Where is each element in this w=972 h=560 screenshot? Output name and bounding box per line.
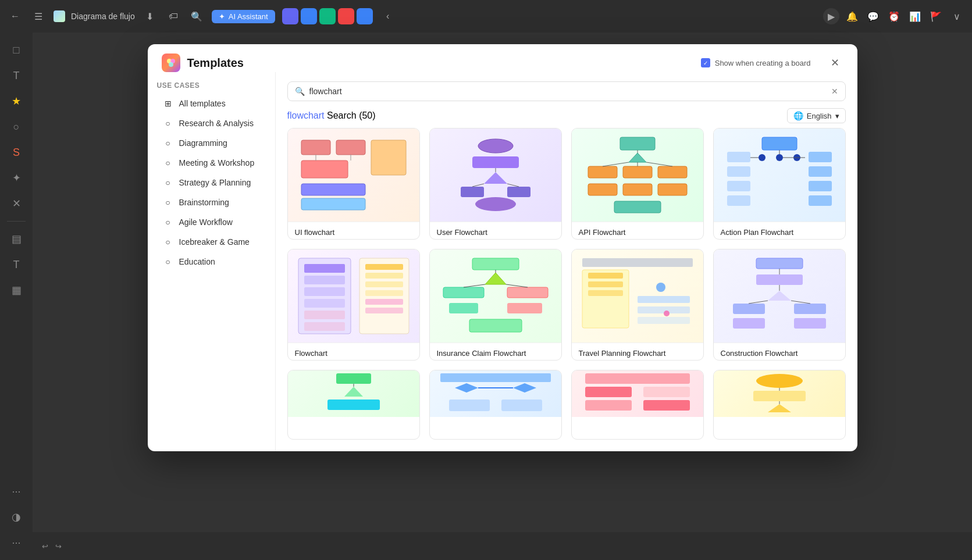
template-card-user-flowchart[interactable]: User Flowchart b Boardmix Free <box>429 128 562 240</box>
svg-marker-21 <box>629 153 646 162</box>
nav-item-icebreaker-label: Icebreaker & Game <box>179 237 250 247</box>
template-card-travel[interactable]: Travel Planning Flowchart b Boardmix Fre… <box>571 249 704 361</box>
svg-rect-26 <box>623 184 652 195</box>
results-link[interactable]: flowchart <box>287 110 325 120</box>
nav-item-all-templates[interactable]: ⊞ All templates <box>157 94 266 113</box>
template-card-flowchart[interactable]: Flowchart b Boardmix Free <box>287 249 420 361</box>
template-card-footer-travel: Travel Planning Flowchart b Boardmix Fre… <box>572 343 703 361</box>
plugin-icon-4[interactable] <box>338 8 354 24</box>
svg-rect-44 <box>727 195 750 206</box>
nav-item-strategy-planning[interactable]: ○ Strategy & Planning <box>157 173 266 192</box>
template-card-bottom3[interactable] <box>571 370 704 440</box>
sidebar-sticky-icon[interactable]: ★ <box>6 91 27 112</box>
tag-icon[interactable]: 🏷 <box>165 8 181 24</box>
svg-point-2 <box>169 62 173 67</box>
template-card-construction[interactable]: Construction Flowchart b Boardmix Free <box>713 249 846 361</box>
menu-icon[interactable]: ☰ <box>30 8 47 24</box>
sidebar-table-icon[interactable]: ▤ <box>6 229 27 249</box>
templates-modal: Templates ✓ Show when creating a board ✕… <box>148 44 857 451</box>
template-preview-user-flowchart <box>430 129 561 222</box>
sidebar-connector-icon[interactable]: ✦ <box>6 167 27 188</box>
svg-rect-76 <box>588 290 623 296</box>
svg-rect-68 <box>469 319 522 332</box>
search-input-wrapper[interactable]: 🔍 ✕ <box>287 81 846 101</box>
svg-rect-66 <box>449 303 478 313</box>
svg-rect-57 <box>365 273 403 279</box>
template-card-bottom4[interactable] <box>713 370 846 440</box>
flag-icon[interactable]: 🚩 <box>928 8 944 24</box>
svg-rect-54 <box>304 322 345 331</box>
sidebar-frames-icon[interactable]: □ <box>6 40 27 60</box>
search-toolbar-icon[interactable]: 🔍 <box>188 8 205 24</box>
nav-item-diagramming[interactable]: ○ Diagramming <box>157 134 266 152</box>
svg-rect-41 <box>727 152 750 162</box>
svg-rect-20 <box>620 137 655 150</box>
download-icon[interactable]: ⬇ <box>142 8 158 24</box>
template-card-api-flowchart[interactable]: API Flowchart b Leon Chen Free <box>571 128 704 240</box>
show-creating-checkbox[interactable]: ✓ <box>701 58 710 67</box>
notification-icon[interactable]: 🔔 <box>844 8 860 24</box>
svg-marker-110 <box>768 404 791 412</box>
collapse-toolbar-icon[interactable]: ‹ <box>380 8 396 24</box>
sidebar-text2-icon[interactable]: T <box>6 254 27 275</box>
template-card-ui-flowchart[interactable]: UI flowchart b Leon Chen Free <box>287 128 420 240</box>
nav-item-education[interactable]: ○ Education <box>157 252 266 271</box>
template-name-user-flowchart: User Flowchart <box>437 228 554 237</box>
sidebar-pen-icon[interactable]: S <box>6 142 27 163</box>
timer-icon[interactable]: ⏰ <box>886 8 902 24</box>
svg-line-71 <box>506 284 528 287</box>
template-card-bottom1[interactable] <box>287 370 420 440</box>
svg-point-77 <box>656 283 665 292</box>
redo-icon[interactable]: ↪ <box>55 542 62 551</box>
chevron-down-icon: ▾ <box>835 112 839 120</box>
plugin-icon-2[interactable] <box>301 8 317 24</box>
sidebar-more-icon[interactable]: ··· <box>6 481 27 502</box>
nav-item-meeting-workshop[interactable]: ○ Meeting & Workshop <box>157 154 266 172</box>
template-card-footer-construction: Construction Flowchart b Boardmix Free <box>714 343 845 361</box>
language-selector[interactable]: 🌐 English ▾ <box>787 108 846 123</box>
svg-rect-49 <box>304 264 345 273</box>
play-icon[interactable]: ▶ <box>823 8 839 24</box>
nav-item-agile-workflow[interactable]: ○ Agile Workflow <box>157 213 266 231</box>
meeting-icon: ○ <box>163 158 173 168</box>
plugin-icon-5[interactable] <box>357 8 373 24</box>
plugin-icon-3[interactable] <box>319 8 336 24</box>
plugin-icon-1[interactable] <box>282 8 298 24</box>
svg-rect-23 <box>623 166 652 178</box>
template-card-bottom2[interactable] <box>429 370 562 440</box>
nav-section-title: Use cases <box>157 81 266 90</box>
diagramming-icon: ○ <box>163 138 173 148</box>
close-button[interactable]: ✕ <box>827 55 843 71</box>
svg-point-11 <box>478 139 513 153</box>
nav-item-brainstorming[interactable]: ○ Brainstorming <box>157 193 266 212</box>
template-preview-insurance <box>430 249 561 343</box>
more-icon[interactable]: ∨ <box>949 8 965 24</box>
chat-icon[interactable]: 💬 <box>865 8 881 24</box>
sidebar-palette-icon[interactable]: ◑ <box>6 507 27 527</box>
nav-item-icebreaker-game[interactable]: ○ Icebreaker & Game <box>157 233 266 251</box>
show-creating-option[interactable]: ✓ Show when creating a board <box>701 58 811 67</box>
nav-item-research-analysis[interactable]: ○ Research & Analysis <box>157 114 266 133</box>
template-card-insurance[interactable]: Insurance Claim Flowchart b Boardmix Fre… <box>429 249 562 361</box>
svg-marker-86 <box>768 291 791 301</box>
nav-item-all-label: All templates <box>179 99 226 108</box>
undo-icon[interactable]: ↩ <box>42 542 48 551</box>
svg-line-70 <box>464 284 485 287</box>
ai-assistant-label: AI Assistant <box>229 12 268 21</box>
sidebar-chart-icon[interactable]: ▦ <box>6 280 27 301</box>
sidebar-dots-icon[interactable]: ··· <box>6 532 27 553</box>
top-bar-right-icons: ▶ 🔔 💬 ⏰ 📊 🚩 ∨ <box>823 8 965 24</box>
search-input[interactable] <box>309 87 827 96</box>
template-card-action-plan[interactable]: Action Plan Flowchart b Boardmix Free <box>713 128 846 240</box>
back-icon[interactable]: ← <box>7 8 23 24</box>
ai-assistant-button[interactable]: ✦ AI Assistant <box>212 10 275 23</box>
sidebar-eraser-icon[interactable]: ✕ <box>6 193 27 214</box>
svg-rect-90 <box>794 318 826 329</box>
sidebar-shapes-icon[interactable]: ○ <box>6 116 27 137</box>
chart-icon[interactable]: 📊 <box>907 8 923 24</box>
sidebar-text-icon[interactable]: T <box>6 65 27 86</box>
search-clear-icon[interactable]: ✕ <box>831 87 838 96</box>
preview-svg-travel <box>579 255 696 337</box>
svg-rect-59 <box>365 290 403 296</box>
preview-svg-bottom4 <box>721 370 838 417</box>
